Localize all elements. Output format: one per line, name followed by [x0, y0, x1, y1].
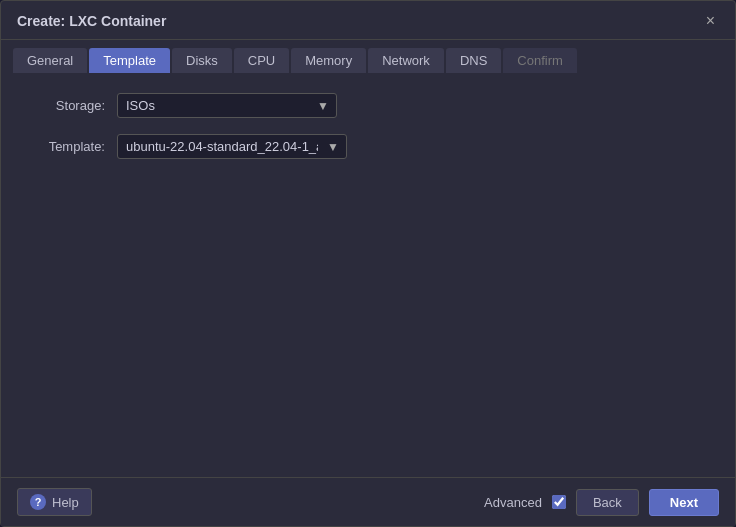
close-button[interactable]: ×	[702, 11, 719, 31]
tab-memory[interactable]: Memory	[291, 48, 366, 73]
help-label: Help	[52, 495, 79, 510]
storage-label: Storage:	[25, 98, 105, 113]
advanced-checkbox[interactable]	[552, 495, 566, 509]
tab-dns[interactable]: DNS	[446, 48, 501, 73]
storage-select[interactable]: ISOs local local-lvm	[117, 93, 337, 118]
dialog-footer: ? Help Advanced Back Next	[1, 477, 735, 526]
tab-disks[interactable]: Disks	[172, 48, 232, 73]
storage-select-wrapper: ISOs local local-lvm ▼	[117, 93, 337, 118]
create-lxc-dialog: Create: LXC Container × General Template…	[0, 0, 736, 527]
back-button[interactable]: Back	[576, 489, 639, 516]
form-content: Storage: ISOs local local-lvm ▼ Template…	[1, 73, 735, 477]
help-icon: ?	[30, 494, 46, 510]
footer-right: Advanced Back Next	[484, 489, 719, 516]
dialog-title: Create: LXC Container	[17, 13, 166, 29]
storage-row: Storage: ISOs local local-lvm ▼	[25, 93, 711, 118]
tab-template[interactable]: Template	[89, 48, 170, 73]
tab-network[interactable]: Network	[368, 48, 444, 73]
tab-general[interactable]: General	[13, 48, 87, 73]
template-label: Template:	[25, 139, 105, 154]
advanced-label: Advanced	[484, 495, 542, 510]
next-button[interactable]: Next	[649, 489, 719, 516]
tab-bar: General Template Disks CPU Memory Networ…	[1, 40, 735, 73]
template-select-wrapper: ubuntu-22.04-standard_22.04-1_ar ▼	[117, 134, 347, 159]
help-button[interactable]: ? Help	[17, 488, 92, 516]
template-row: Template: ubuntu-22.04-standard_22.04-1_…	[25, 134, 711, 159]
tab-cpu[interactable]: CPU	[234, 48, 289, 73]
dialog-header: Create: LXC Container ×	[1, 1, 735, 40]
template-select[interactable]: ubuntu-22.04-standard_22.04-1_ar	[117, 134, 347, 159]
tab-confirm: Confirm	[503, 48, 577, 73]
